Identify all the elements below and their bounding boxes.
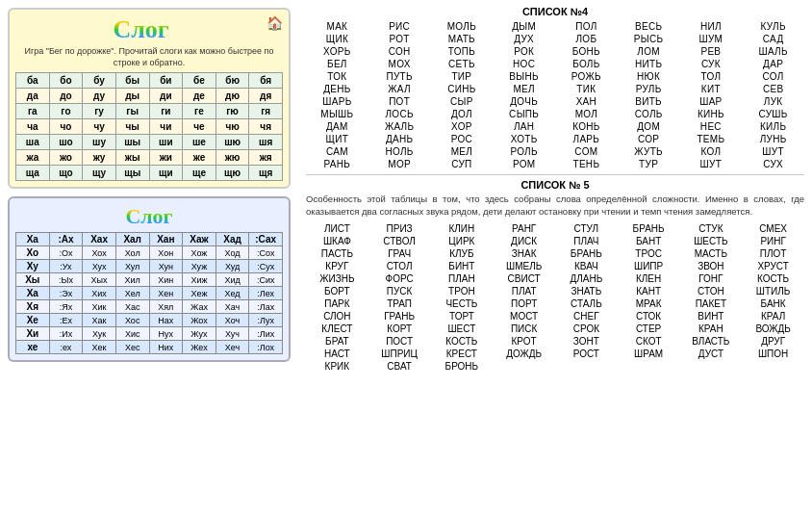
list5-title: СПИСОК № 5: [306, 179, 804, 191]
word-cell: МОЛЬ: [431, 20, 494, 33]
syllable-cell: бя: [249, 73, 283, 89]
combo-header-cell: Хад: [216, 233, 249, 246]
word-cell: БОЛЬ: [555, 58, 618, 70]
combo-cell: :Ях: [49, 300, 83, 314]
word-cell: МЕЛ: [493, 83, 555, 95]
combo-cell: :Лах: [249, 300, 283, 314]
word-cell-5: ТРОС: [618, 247, 680, 260]
syllable-cell: чо: [49, 119, 83, 135]
combo-cell: Хух: [83, 260, 116, 273]
combo-cell: :Лих: [249, 327, 283, 341]
word-cell: СЕТЬ: [431, 58, 494, 70]
syllable-cell: жя: [249, 150, 283, 166]
word-cell-5: ПЛОТ: [742, 247, 804, 260]
word-cell-5: БРАНЬ: [555, 247, 618, 260]
syllable-cell: да: [16, 89, 50, 104]
word-cell: РОЖЬ: [555, 70, 618, 83]
combo-cell: :Лех: [249, 287, 283, 300]
word-cell-5: ДОЖДЬ: [493, 348, 555, 360]
word-cell-5: ЗНАТЬ: [555, 285, 618, 297]
word-cell-5: ФОРС: [368, 272, 431, 285]
syllable-cell: щя: [249, 166, 283, 181]
word-cell: ЛАН: [493, 120, 555, 133]
word-cell: РОК: [493, 45, 555, 58]
word-cell: МАК: [306, 20, 368, 33]
combo-header-cell: Хах: [83, 233, 116, 246]
syllable-cell: че: [183, 119, 216, 135]
list5-grid: ЛИСТПРИЗКЛИНРАНГСТУЛБРАНЬСТУКСМЕХШКАФСТВ…: [306, 222, 804, 373]
word-cell-5: КРЕСТ: [431, 348, 494, 360]
syllable-cell: бю: [216, 73, 249, 89]
card2-title: Слог: [125, 204, 172, 229]
word-cell: ТИК: [555, 83, 618, 95]
word-cell: НИТЬ: [618, 58, 680, 70]
combo-header-cell: Хаж: [183, 233, 216, 246]
word-cell: ТЕМЬ: [680, 133, 743, 145]
syllable-cell: жу: [83, 150, 116, 166]
syllable-cell: ги: [149, 104, 183, 119]
combo-header-cell: :Сах: [249, 233, 283, 246]
word-cell-5: СТАЛЬ: [555, 297, 618, 310]
word-cell: ДАМ: [306, 120, 368, 133]
combo-cell: Нах: [149, 314, 183, 327]
word-cell: ЩИТ: [306, 133, 368, 145]
word-cell-5: КРУГ: [306, 260, 368, 272]
word-cell: САД: [742, 33, 804, 45]
word-cell: ТУР: [618, 158, 680, 170]
word-cell-5: СТУЛ: [555, 222, 618, 235]
word-cell-5: ШТИЛЬ: [742, 285, 804, 297]
word-cell-5: ЗНАК: [493, 247, 555, 260]
syllable-cell: щы: [115, 166, 149, 181]
syllable-cell: дю: [216, 89, 249, 104]
word-cell-5: КВАЧ: [555, 260, 618, 272]
combo-cell: Хуч: [216, 327, 249, 341]
word-cell-5: СТОК: [618, 310, 680, 322]
combo-cell: Хих: [83, 287, 116, 300]
word-cell-5: ДРУГ: [742, 335, 804, 348]
combo-cell: :Ох: [49, 246, 83, 260]
word-cell: БЕЛ: [306, 58, 368, 70]
combo-cell: Хис: [115, 327, 149, 341]
word-cell: НОЛЬ: [368, 145, 431, 158]
word-cell: СУХ: [742, 158, 804, 170]
combo-header-cell: :Ах: [49, 233, 83, 246]
combo-cell: :Сух: [249, 260, 283, 273]
word-cell-5: КОСТЬ: [431, 335, 494, 348]
syllable-cell: бы: [115, 73, 149, 89]
word-cell-5: РОСТ: [555, 348, 618, 360]
combo-cell: Ху: [16, 260, 50, 273]
word-cell: НОС: [493, 58, 555, 70]
word-cell: ТОЛ: [680, 70, 743, 83]
combo-cell: :Ух: [49, 260, 83, 273]
game-card-1: 🏠 Слог Игра "Бег по дорожке". Прочитай с…: [8, 8, 291, 189]
word-cell: НЕС: [680, 120, 743, 133]
word-cell-5: КОСТЬ: [742, 272, 804, 285]
word-cell-5: ПЛАЧ: [555, 235, 618, 247]
syllable-cell: бо: [49, 73, 83, 89]
word-cell: ПУТЬ: [368, 70, 431, 83]
left-panel: 🏠 Слог Игра "Бег по дорожке". Прочитай с…: [0, 0, 298, 516]
combo-header-cell: Хан: [149, 233, 183, 246]
word-cell-5: КОРТ: [368, 322, 431, 335]
word-cell: РОЛЬ: [493, 145, 555, 158]
word-cell-5: СТУК: [680, 222, 743, 235]
word-cell-5: ШКАФ: [306, 235, 368, 247]
house-icon: 🏠: [266, 15, 283, 31]
word-cell-5: РИНГ: [742, 235, 804, 247]
word-cell-5: ШПОН: [742, 348, 804, 360]
word-cell-5: ПРИЗ: [368, 222, 431, 235]
word-cell-5: ДИСК: [493, 235, 555, 247]
combo-cell: :Сих: [249, 273, 283, 287]
word-cell-5: КРАН: [680, 322, 743, 335]
word-cell-5: КРИК: [306, 360, 368, 373]
word-cell: ДЫМ: [493, 20, 555, 33]
combo-cell: Хач: [216, 300, 249, 314]
combo-cell: хе: [16, 341, 50, 354]
word-cell-5: ТРАП: [368, 297, 431, 310]
word-cell-5: БИНТ: [431, 260, 494, 272]
word-cell: РЕВ: [680, 45, 743, 58]
syllable-cell: жо: [49, 150, 83, 166]
word-cell-5: СТВОЛ: [368, 235, 431, 247]
syllable-cell: чу: [83, 119, 116, 135]
word-cell-5: ВИНТ: [680, 310, 743, 322]
